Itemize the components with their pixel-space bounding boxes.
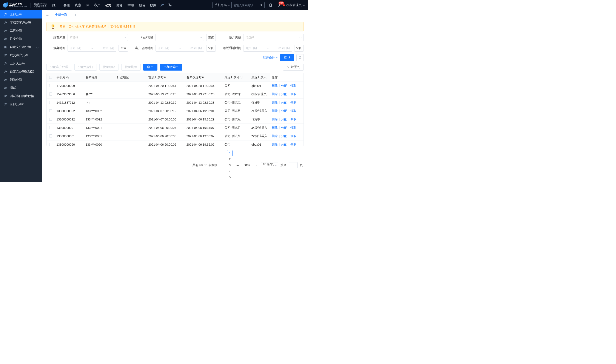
filter-region-null[interactable]: 空值	[206, 34, 216, 41]
row-checkbox[interactable]	[49, 109, 52, 112]
row-claim-link[interactable]: 领取	[290, 101, 296, 104]
user-menu[interactable]: 机构管理员	[283, 3, 305, 7]
pager-page-4[interactable]: 4	[227, 168, 232, 174]
tab-list-icon[interactable]	[43, 10, 51, 19]
filter-region-select[interactable]	[155, 34, 204, 41]
logo[interactable]: 云朵CRM www.yunduocrm.com 教育机构一站 式服务云平台	[3, 3, 47, 8]
row-delete-link[interactable]: 删除	[272, 84, 278, 87]
pager-last[interactable]: 6882	[242, 162, 251, 168]
row-assign-link[interactable]: 分配	[281, 84, 287, 87]
sidebar-item-二咨公海[interactable]: 二咨公海	[0, 27, 42, 35]
sidebar-item-注安公海[interactable]: 注安公海	[0, 35, 42, 43]
row-assign-link[interactable]: 分配	[281, 109, 287, 113]
plain-export-button[interactable]: 不加密导出	[160, 64, 182, 71]
row-assign-link[interactable]: 分配	[281, 143, 287, 146]
filter-create-time-range[interactable]: 开始日期~结束日期	[155, 45, 204, 52]
row-assign-link[interactable]: 分配	[281, 117, 287, 121]
row-claim-link[interactable]: 领取	[290, 126, 296, 129]
row-claim-link[interactable]: 领取	[290, 92, 296, 96]
sidebar-item-全部公海2[interactable]: 全部公海2	[0, 100, 42, 108]
row-delete-link[interactable]: 删除	[272, 143, 278, 146]
row-claim-link[interactable]: 领取	[290, 143, 296, 146]
filter-recent-call-range[interactable]: 开始日期~结束日期	[243, 45, 292, 52]
filter-recent-call-null[interactable]: 空值	[294, 45, 304, 52]
sidebar-item-全部公海[interactable]: 全部公海	[0, 10, 42, 18]
sidebar-item-自定义公海分组[interactable]: 自定义公海分组	[0, 43, 42, 51]
nav-客服[interactable]: 客服	[63, 2, 70, 8]
filter-abandon-time-range[interactable]: 开始日期~结束日期	[67, 45, 116, 52]
filter-source-select[interactable]: 请选择	[67, 34, 128, 41]
nav-数据[interactable]: 数据	[150, 2, 157, 8]
assign-manager-button[interactable]: 分配客户经理	[46, 64, 72, 71]
sidebar-item-测试[interactable]: 测试	[0, 84, 42, 92]
pager-page-1[interactable]: 1	[227, 150, 232, 156]
tab-active[interactable]: 全部公海	[51, 10, 71, 19]
sidebar-item-非成交客户公海[interactable]: 非成交客户公海	[0, 18, 42, 27]
nav-IM[interactable]: IM	[85, 3, 90, 8]
expand-filters-link[interactable]: 展开条件	[263, 56, 278, 60]
assign-dept-button[interactable]: 分配到部门	[74, 64, 97, 71]
cell-created: 2021-04-06 19:33:07	[185, 132, 223, 141]
sidebar-item-测试昨日回库数据[interactable]: 测试昨日回库数据	[0, 92, 42, 100]
row-checkbox[interactable]	[49, 84, 52, 87]
row-assign-link[interactable]: 分配	[281, 92, 287, 96]
row-checkbox[interactable]	[49, 126, 52, 129]
pager-page-3[interactable]: 3	[227, 162, 232, 168]
row-claim-link[interactable]: 领取	[290, 134, 296, 138]
search-scope-select[interactable]: 手机号码	[213, 2, 232, 8]
page-size-select[interactable]: 10 条/页	[261, 162, 278, 168]
row-checkbox[interactable]	[49, 101, 52, 104]
export-button[interactable]: 导 出	[143, 64, 157, 71]
row-checkbox[interactable]	[49, 143, 52, 146]
row-checkbox[interactable]	[49, 92, 52, 95]
bell-icon[interactable]: 99+	[277, 3, 281, 7]
pager-next-icon[interactable]: ›	[254, 162, 259, 168]
row-delete-link[interactable]: 删除	[272, 101, 278, 104]
svg-point-8	[6, 30, 7, 31]
filter-abandon-time-null[interactable]: 空值	[118, 45, 128, 52]
nav-财务[interactable]: 财务	[116, 2, 123, 8]
search-input[interactable]	[232, 3, 257, 8]
row-delete-link[interactable]: 删除	[272, 92, 278, 96]
row-delete-link[interactable]: 删除	[272, 117, 278, 121]
batch-delete-button[interactable]: 批量删除	[121, 64, 141, 71]
row-assign-link[interactable]: 分配	[281, 134, 287, 138]
row-claim-link[interactable]: 领取	[290, 109, 296, 113]
nav-学服[interactable]: 学服	[127, 2, 134, 8]
sidebar-item-成交客户公海[interactable]: 成交客户公海	[0, 51, 42, 59]
query-button[interactable]: 查 询	[280, 54, 294, 61]
row-delete-link[interactable]: 删除	[272, 134, 278, 138]
pager-prev-icon[interactable]: ‹	[220, 162, 225, 168]
filter-abandon-type-select[interactable]: 请选择	[243, 34, 304, 41]
sidebar-item-自定义公海过滤器[interactable]: 自定义公海过滤器	[0, 67, 42, 76]
device-icon[interactable]	[269, 3, 273, 7]
row-delete-link[interactable]: 删除	[272, 126, 278, 129]
row-checkbox[interactable]	[49, 118, 52, 121]
filter-create-time-null[interactable]: 空值	[206, 45, 216, 52]
row-delete-link[interactable]: 删除	[272, 109, 278, 113]
row-assign-link[interactable]: 分配	[281, 101, 287, 104]
sidebar-item-消防公海[interactable]: 消防公海	[0, 76, 42, 84]
nav-公海[interactable]: 公海	[105, 2, 112, 8]
nav-线索[interactable]: 线索	[74, 2, 81, 8]
phone-icon[interactable]	[167, 3, 172, 8]
nav-报名[interactable]: 报名	[138, 2, 146, 8]
search-icon[interactable]	[257, 3, 264, 7]
select-all-checkbox[interactable]	[49, 76, 52, 79]
row-claim-link[interactable]: 领取	[290, 84, 296, 87]
tab-add-icon[interactable]	[71, 10, 80, 19]
config-columns-button[interactable]: 设置列	[283, 64, 304, 71]
batch-claim-button[interactable]: 批量领取	[99, 64, 119, 71]
reset-button[interactable]	[296, 54, 304, 61]
pager-jump-input[interactable]	[289, 162, 298, 168]
add-user-icon[interactable]	[160, 3, 165, 8]
row-assign-link[interactable]: 分配	[281, 126, 287, 129]
row-checkbox[interactable]	[49, 134, 52, 137]
pager-page-2[interactable]: 2	[227, 156, 232, 162]
nav-客户[interactable]: 客户	[94, 2, 101, 8]
sidebar-item-五月天公海[interactable]: 五月天公海	[0, 59, 42, 67]
row-claim-link[interactable]: 领取	[290, 117, 296, 121]
brand-tag2: 式服务云平台	[34, 5, 47, 8]
nav-推广[interactable]: 推广	[52, 2, 59, 8]
pager-page-5[interactable]: 5	[227, 174, 232, 180]
